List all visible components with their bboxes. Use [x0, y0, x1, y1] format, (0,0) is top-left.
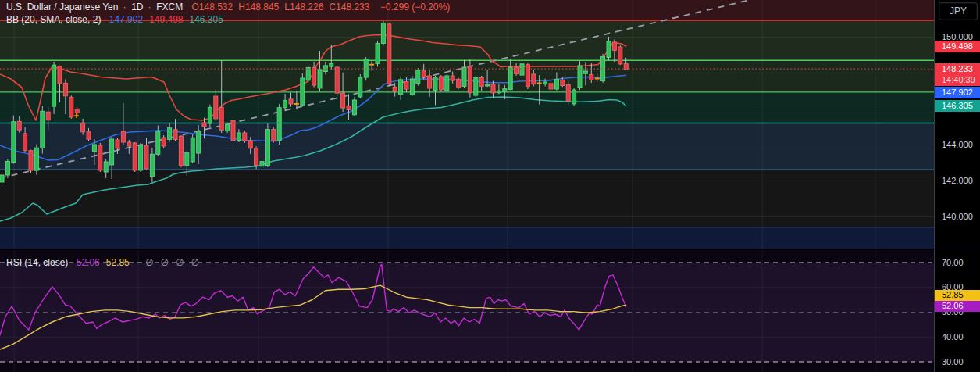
candle-body — [144, 145, 148, 169]
currency-unit-button[interactable]: JPY — [939, 3, 977, 20]
candle — [69, 95, 73, 118]
bb-title[interactable]: BB (20, SMA, close, 2) — [6, 14, 101, 25]
price-badge-bb-basis: 147.902 — [935, 87, 980, 98]
candle — [191, 134, 194, 163]
rsi-indicator-legend[interactable]: RSI (14, close) 52.0652.85 ∅∅∅∅ — [6, 257, 204, 268]
candle-body — [75, 109, 79, 113]
candle — [376, 41, 380, 67]
candle-body — [52, 65, 56, 106]
candle-body — [23, 134, 27, 151]
candle-body — [231, 120, 235, 140]
candle-body — [503, 89, 507, 91]
rsi-axis-label: 40.00 — [935, 333, 980, 342]
candle-body — [237, 133, 241, 141]
candle — [98, 143, 102, 172]
rsi-title[interactable]: RSI (14, close) — [6, 257, 68, 268]
candle-body — [185, 152, 189, 166]
chart-area[interactable]: U.S. Dollar / Japanese Yen · 1D · FXCM O… — [0, 0, 933, 372]
candle — [133, 142, 137, 172]
candle-body — [260, 162, 264, 166]
candle-body — [416, 70, 420, 84]
candle-body — [63, 83, 67, 95]
candle-body — [12, 122, 16, 163]
candle-body — [399, 80, 403, 95]
badge-price: 146.305 — [942, 100, 980, 111]
change-value: −0.299 (−0.20%) — [380, 2, 450, 13]
candle-body — [156, 131, 160, 154]
candle-body — [5, 161, 9, 175]
badge-price: 148.233 — [942, 63, 980, 74]
rsi-empty-value: ∅ — [145, 257, 153, 268]
candle — [526, 63, 529, 89]
bb-values: 147.902149.498146.305 — [109, 14, 230, 25]
candle-body — [312, 67, 316, 85]
candle — [162, 135, 166, 148]
candle-body — [139, 145, 143, 170]
pane-separator-handle[interactable] — [0, 249, 980, 249]
candle — [301, 73, 305, 106]
ohlc-value: 148.226 — [290, 2, 323, 13]
price-badge-bb-lower: 146.305 — [935, 100, 980, 112]
ohlc-value: 148.845 — [245, 2, 279, 13]
price-axis-label: 140.000 — [935, 213, 980, 221]
candle-body — [191, 138, 194, 161]
interval-label[interactable]: 1D — [131, 2, 143, 13]
candle-body — [29, 151, 33, 170]
bb-value: 147.902 — [109, 14, 143, 25]
candle — [410, 76, 414, 96]
candle — [358, 74, 362, 98]
price-axis-label: 142.000 — [935, 177, 980, 185]
price-pane[interactable] — [0, 0, 934, 249]
zone-band-2 — [0, 60, 934, 92]
candle — [387, 23, 391, 85]
ohlc-label: C — [329, 2, 336, 13]
candle-body — [381, 23, 385, 43]
main-series-legend[interactable]: U.S. Dollar / Japanese Yen · 1D · FXCM O… — [6, 2, 452, 13]
legend-separator: · — [148, 2, 151, 13]
candle-body — [255, 148, 258, 166]
candle-body — [116, 140, 119, 148]
candle-body — [457, 79, 461, 87]
candle-body — [387, 24, 391, 84]
candle-body — [289, 99, 293, 104]
candle-body — [243, 133, 247, 141]
bb-indicator-legend[interactable]: BB (20, SMA, close, 2) 147.902149.498146… — [6, 14, 232, 25]
candle — [208, 105, 212, 127]
price-scale[interactable]: JPY 150.000148.000146.000144.000142.0001… — [934, 0, 980, 372]
price-badge-last-price: 148.23314:40:39 — [935, 63, 980, 86]
candle — [457, 78, 461, 89]
symbol-title[interactable]: U.S. Dollar / Japanese Yen — [6, 2, 118, 13]
candle-body — [69, 97, 73, 117]
price-badge-bb-upper: 149.498 — [935, 41, 980, 52]
candle-body — [197, 131, 201, 153]
candle-body — [358, 77, 362, 97]
candle-body — [306, 67, 310, 80]
candle-body — [110, 139, 114, 165]
rsi-empty-values: ∅∅∅∅ — [141, 257, 201, 268]
rsi-values: 52.0652.85 — [77, 257, 136, 268]
candle — [601, 54, 605, 83]
candle-body — [121, 131, 125, 142]
candle-body — [462, 67, 466, 86]
candle-body — [272, 130, 276, 141]
candle-body — [520, 64, 524, 75]
badge-price: 147.902 — [942, 87, 980, 98]
candle-body — [618, 47, 622, 64]
candle-body — [92, 145, 96, 152]
price-axis-label: 144.000 — [935, 141, 980, 149]
candle-body — [179, 136, 183, 166]
candle — [272, 127, 276, 142]
candle-body — [549, 84, 553, 89]
rsi-empty-value: ∅ — [176, 257, 184, 268]
candle-body — [590, 74, 593, 80]
candle — [34, 145, 38, 175]
candle-body — [133, 143, 137, 170]
candle-body — [515, 67, 519, 73]
zone-band-6 — [0, 227, 934, 249]
rsi-value: 52.85 — [106, 257, 130, 268]
candle-body — [162, 138, 166, 146]
candle-body — [127, 142, 131, 146]
candle-body — [612, 42, 616, 50]
tradingview-chart-window: U.S. Dollar / Japanese Yen · 1D · FXCM O… — [0, 0, 980, 372]
rsi-pane[interactable] — [0, 250, 934, 372]
